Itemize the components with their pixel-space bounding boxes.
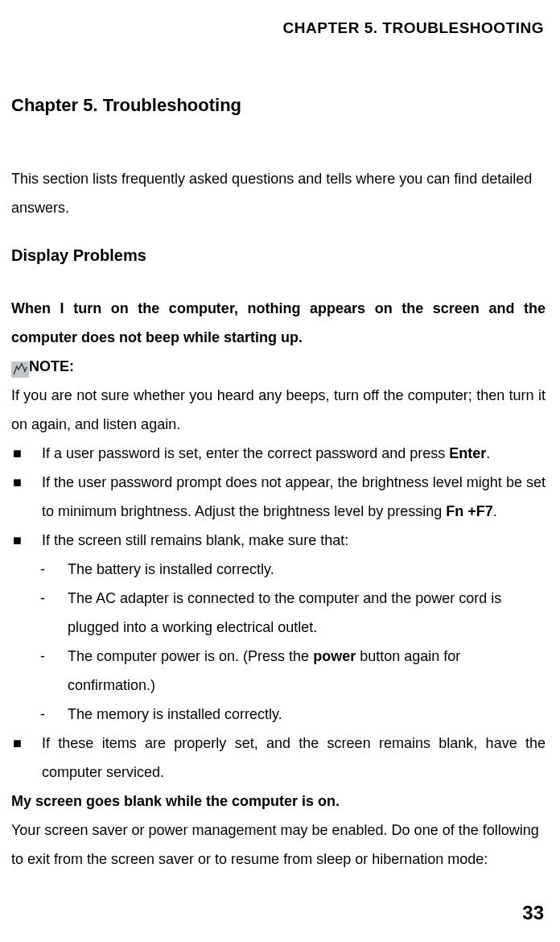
answer-paragraph: Your screen saver or power management ma…: [11, 816, 546, 874]
list-item-text: If the user password prompt does not app…: [42, 468, 546, 526]
bullet-marker: ■: [11, 468, 42, 526]
note-body: If you are not sure whether you heard an…: [11, 381, 546, 439]
dash-marker: -: [40, 555, 68, 584]
sub-list-text: The computer power is on. (Press the pow…: [68, 642, 546, 700]
question-heading: My screen goes blank while the computer …: [11, 787, 546, 816]
note-icon: [11, 358, 29, 374]
page-number: 33: [522, 902, 544, 924]
dash-marker: -: [40, 584, 68, 642]
list-item-text: If a user password is set, enter the cor…: [42, 439, 546, 468]
intro-paragraph: This section lists frequently asked ques…: [11, 164, 546, 222]
sub-list-item: - The memory is installed correctly.: [11, 700, 546, 729]
question-heading: When I turn on the computer, nothing app…: [11, 294, 546, 352]
list-item: ■ If the screen still remains blank, mak…: [11, 526, 546, 555]
bullet-marker: ■: [11, 729, 42, 787]
chapter-title: Chapter 5. Troubleshooting: [11, 95, 546, 116]
sub-list-text: The battery is installed correctly.: [68, 555, 546, 584]
running-header: CHAPTER 5. TROUBLESHOOTING: [11, 19, 544, 37]
sub-list-text: The memory is installed correctly.: [68, 700, 546, 729]
list-item: ■ If the user password prompt does not a…: [11, 468, 546, 526]
sub-list-item: - The computer power is on. (Press the p…: [11, 642, 546, 700]
sub-list: - The battery is installed correctly. - …: [11, 555, 546, 729]
sub-list-item: - The battery is installed correctly.: [11, 555, 546, 584]
svg-rect-0: [11, 362, 29, 378]
bullet-marker: ■: [11, 439, 42, 468]
list-item-text: If the screen still remains blank, make …: [42, 526, 546, 555]
sub-list-item: - The AC adapter is connected to the com…: [11, 584, 546, 642]
bullet-list: ■ If a user password is set, enter the c…: [11, 439, 546, 787]
list-item: ■ If these items are properly set, and t…: [11, 729, 546, 787]
dash-marker: -: [40, 700, 68, 729]
bullet-marker: ■: [11, 526, 42, 555]
list-item-text: If these items are properly set, and the…: [42, 729, 546, 787]
section-heading: Display Problems: [11, 246, 546, 265]
sub-list-text: The AC adapter is connected to the compu…: [68, 584, 546, 642]
note-line: NOTE:: [11, 352, 546, 381]
list-item: ■ If a user password is set, enter the c…: [11, 439, 546, 468]
page: CHAPTER 5. TROUBLESHOOTING Chapter 5. Tr…: [0, 0, 560, 942]
dash-marker: -: [40, 642, 68, 700]
note-label: NOTE:: [29, 352, 74, 381]
